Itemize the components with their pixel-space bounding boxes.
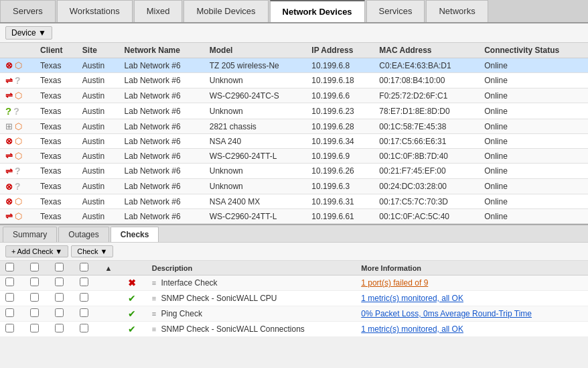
col-mac[interactable]: MAC Address bbox=[374, 43, 479, 58]
device-dropdown[interactable]: Device ▼ bbox=[5, 26, 52, 40]
checks-cb2[interactable] bbox=[25, 322, 50, 337]
checks-select-all-3[interactable] bbox=[55, 263, 64, 271]
green-question-icon: ? bbox=[5, 105, 11, 117]
row-site: Austin bbox=[77, 73, 119, 88]
checks-cb2[interactable] bbox=[25, 306, 50, 322]
status-fail-icon: ✖ bbox=[128, 278, 136, 288]
checks-row-cb4-0[interactable] bbox=[80, 278, 88, 286]
checks-row-cb1-2[interactable] bbox=[5, 308, 14, 317]
tab-mobile-devices[interactable]: Mobile Devices bbox=[183, 0, 268, 22]
checks-row-cb2-2[interactable] bbox=[30, 308, 39, 317]
check-dropdown[interactable]: Check ▼ bbox=[71, 245, 113, 257]
checks-select-all-1[interactable] bbox=[5, 263, 14, 271]
checks-row-cb1-0[interactable] bbox=[5, 278, 14, 286]
checks-cb3[interactable] bbox=[50, 306, 74, 322]
checks-more-info[interactable]: 0% Packet Loss, 0ms Average Round-Trip T… bbox=[356, 306, 588, 322]
tab-workstations[interactable]: Workstations bbox=[57, 0, 133, 22]
checks-row-cb3-3[interactable] bbox=[55, 324, 64, 332]
add-check-button[interactable]: + Add Check ▼ bbox=[5, 245, 68, 257]
table-row[interactable]: ⇌ ⬡ Texas Austin Lab Network #6 WS-C2960… bbox=[0, 88, 588, 103]
sub-tab-checks[interactable]: Checks bbox=[111, 227, 159, 242]
row-client: Texas bbox=[35, 88, 77, 103]
sub-tab-outages[interactable]: Outages bbox=[58, 227, 108, 242]
row-client: Texas bbox=[35, 103, 77, 119]
checks-more-info[interactable]: 1 metric(s) monitored, all OK bbox=[356, 322, 588, 337]
row-model: WS-C2960-24TT-L bbox=[204, 209, 307, 224]
row-network: Lab Network #6 bbox=[119, 194, 204, 209]
tab-servers[interactable]: Servers bbox=[0, 0, 56, 22]
more-info-link-1[interactable]: 1 metric(s) monitored, all OK bbox=[361, 294, 463, 303]
checks-row-cb1-1[interactable] bbox=[5, 293, 14, 302]
table-row[interactable]: ⇌ ⬡ Texas Austin Lab Network #6 WS-C2960… bbox=[0, 149, 588, 164]
row-mac: 78:E7:D1:8E:8D:D0 bbox=[374, 103, 479, 119]
checks-select-all-4[interactable] bbox=[80, 263, 88, 271]
checks-row-cb4-1[interactable] bbox=[80, 293, 88, 302]
table-row[interactable]: ⊗ ⬡ Texas Austin Lab Network #6 NSA 240 … bbox=[0, 134, 588, 149]
row-status: Online bbox=[479, 103, 588, 119]
tab-network-devices[interactable]: Network Devices bbox=[270, 0, 365, 22]
checks-cb1[interactable] bbox=[0, 306, 25, 322]
checks-row-cb2-1[interactable] bbox=[30, 293, 39, 302]
table-row[interactable]: ⊗ ⬡ Texas Austin Lab Network #6 TZ 205 w… bbox=[0, 58, 588, 73]
more-info-link-2[interactable]: 0% Packet Loss, 0ms Average Round-Trip T… bbox=[361, 309, 532, 318]
checks-cb1[interactable] bbox=[0, 322, 25, 337]
row-client: Texas bbox=[35, 134, 77, 149]
table-row[interactable]: ⊗ ? Texas Austin Lab Network #6 Unknown … bbox=[0, 179, 588, 194]
network-icon: ⊗ bbox=[5, 182, 13, 192]
col-network-name[interactable]: Network Name bbox=[119, 43, 204, 58]
row-network: Lab Network #6 bbox=[119, 88, 204, 103]
row-status: Online bbox=[479, 88, 588, 103]
table-header-row: Client Site Network Name Model IP Addres… bbox=[0, 43, 588, 58]
checks-cb2[interactable] bbox=[25, 291, 50, 306]
checks-cb2[interactable] bbox=[25, 275, 50, 291]
checks-more-info[interactable]: 1 port(s) failed of 9 bbox=[356, 275, 588, 291]
checks-cb1[interactable] bbox=[0, 275, 25, 291]
row-site: Austin bbox=[77, 134, 119, 149]
checks-row-cb3-0[interactable] bbox=[55, 278, 64, 286]
checks-cb4[interactable] bbox=[74, 275, 99, 291]
table-row[interactable]: ⇌ ⬡ Texas Austin Lab Network #6 WS-C2960… bbox=[0, 209, 588, 224]
table-row[interactable]: ⇌ ? Texas Austin Lab Network #6 Unknown … bbox=[0, 73, 588, 88]
checks-select-all-2[interactable] bbox=[30, 263, 39, 271]
checks-cb4[interactable] bbox=[74, 322, 99, 337]
row-icons: ⇌ ? bbox=[0, 164, 35, 179]
tab-mixed[interactable]: Mixed bbox=[134, 0, 183, 22]
checks-more-info[interactable]: 1 metric(s) monitored, all OK bbox=[356, 291, 588, 306]
table-row[interactable]: ⊞ ⬡ Texas Austin Lab Network #6 2821 cha… bbox=[0, 119, 588, 134]
row-site: Austin bbox=[77, 179, 119, 194]
checks-row-cb3-1[interactable] bbox=[55, 293, 64, 302]
col-status[interactable]: Connectivity Status bbox=[479, 43, 588, 58]
checks-row-cb4-3[interactable] bbox=[80, 324, 88, 332]
checks-cb3[interactable] bbox=[50, 275, 74, 291]
checks-row-cb2-3[interactable] bbox=[30, 324, 39, 332]
row-network: Lab Network #6 bbox=[119, 119, 204, 134]
checks-row-cb3-2[interactable] bbox=[55, 308, 64, 317]
checks-header-row: ▲ Description More Information bbox=[0, 261, 588, 275]
sub-tab-summary[interactable]: Summary bbox=[3, 227, 57, 242]
checks-status: ✔ bbox=[123, 291, 147, 306]
checks-cb1[interactable] bbox=[0, 291, 25, 306]
col-ip[interactable]: IP Address bbox=[306, 43, 374, 58]
checks-row-cb4-2[interactable] bbox=[80, 308, 88, 317]
tab-networks[interactable]: Networks bbox=[426, 0, 488, 22]
table-row[interactable]: ⇌ ? Texas Austin Lab Network #6 Unknown … bbox=[0, 164, 588, 179]
row-icons: ⊗ ? bbox=[0, 179, 35, 194]
checks-cb4[interactable] bbox=[74, 291, 99, 306]
row-site: Austin bbox=[77, 103, 119, 119]
checks-col-description[interactable]: Description bbox=[147, 261, 356, 275]
col-model[interactable]: Model bbox=[204, 43, 307, 58]
checks-cb3[interactable] bbox=[50, 291, 74, 306]
col-site[interactable]: Site bbox=[77, 43, 119, 58]
checks-cb3[interactable] bbox=[50, 322, 74, 337]
more-info-link-0[interactable]: 1 port(s) failed of 9 bbox=[361, 278, 428, 288]
checks-row-cb2-0[interactable] bbox=[30, 278, 39, 286]
checks-toolbar: + Add Check ▼ Check ▼ bbox=[0, 243, 588, 261]
checks-row-cb1-3[interactable] bbox=[5, 324, 14, 332]
table-row[interactable]: ? ? Texas Austin Lab Network #6 Unknown … bbox=[0, 103, 588, 119]
table-row[interactable]: ⊗ ⬡ Texas Austin Lab Network #6 NSA 2400… bbox=[0, 194, 588, 209]
more-info-link-3[interactable]: 1 metric(s) monitored, all OK bbox=[361, 324, 463, 334]
row-model: WS-C2960-24TC-S bbox=[204, 88, 307, 103]
col-client[interactable]: Client bbox=[35, 43, 77, 58]
checks-cb4[interactable] bbox=[74, 306, 99, 322]
tab-services[interactable]: Services bbox=[366, 0, 425, 22]
